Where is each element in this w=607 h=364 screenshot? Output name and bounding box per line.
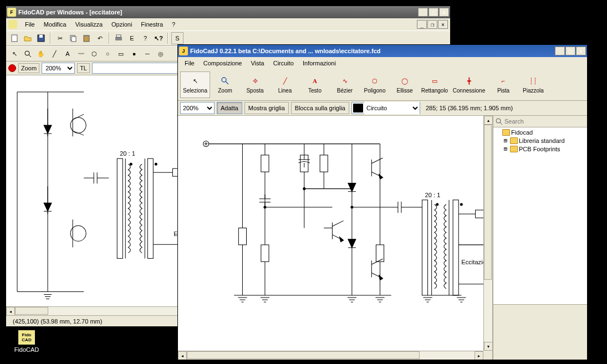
mdi-minimize-button[interactable]: _	[417, 20, 427, 29]
adatta-button[interactable]: Adatta	[217, 102, 242, 114]
svg-rect-4	[72, 37, 76, 42]
menu-composizione[interactable]: Composizione	[199, 59, 247, 68]
cut-button[interactable]: ✂	[54, 32, 66, 44]
line-tool[interactable]: ╱	[48, 48, 60, 60]
desktop-icon-fidocad[interactable]: FidoCAD FidoCAD	[10, 330, 43, 353]
mostra-griglia-button[interactable]: Mostra griglia	[244, 102, 289, 114]
svg-marker-15	[44, 125, 52, 134]
connection-tool[interactable]: ─	[141, 48, 154, 60]
menu-file[interactable]: File	[180, 59, 199, 68]
record-icon[interactable]	[8, 64, 16, 72]
maximize-button[interactable]: □	[429, 8, 438, 17]
svg-point-34	[130, 163, 132, 165]
title-text: FidoCadJ 0.22.1 beta C:\Documents and ..…	[190, 48, 555, 54]
tree-libreria-standard[interactable]: ⊞Libreria standard	[494, 136, 586, 145]
menu-file[interactable]: File	[21, 20, 39, 29]
svg-point-94	[351, 188, 353, 190]
canvas[interactable]: 20 : 1 Eccitazio ◂▸ ▴▾	[178, 116, 493, 360]
s-button[interactable]: S	[171, 32, 183, 44]
svg-point-121	[460, 203, 462, 206]
svg-rect-31	[147, 158, 153, 258]
paste-button[interactable]	[80, 32, 93, 44]
tree-pcb-footprints[interactable]: ⊞PCB Footprints	[494, 145, 586, 153]
close-button[interactable]: ×	[439, 8, 449, 17]
select-tool[interactable]: ↖	[8, 48, 21, 60]
maximize-button[interactable]: □	[565, 47, 575, 55]
tool-seleziona[interactable]: ↖Seleziona	[180, 71, 210, 98]
mdi-restore-button[interactable]: ❐	[427, 20, 437, 29]
fidocad-icon: FidoCAD	[18, 330, 35, 345]
titlebar[interactable]: F FidoCAD per Windows - [eccitatore] _ □…	[6, 6, 450, 18]
ellipse-tool[interactable]: ○	[101, 48, 114, 60]
whatsthis-button[interactable]: ↖?	[152, 32, 165, 44]
folder-icon	[502, 129, 510, 136]
titlebar[interactable]: J FidoCadJ 0.22.1 beta C:\Documents and …	[178, 45, 587, 57]
polygon-tool[interactable]: ⬡	[88, 48, 100, 60]
help-button[interactable]: ?	[139, 32, 151, 44]
blocca-griglia-button[interactable]: Blocca sulla griglia	[291, 102, 349, 114]
tool-piazzola[interactable]: ┊┊Piazzola	[518, 71, 548, 98]
tree-fidocad[interactable]: Fidocad	[494, 129, 586, 136]
zoom-tool[interactable]	[22, 48, 34, 60]
menu-circuito[interactable]: Circuito	[269, 59, 298, 68]
app-icon: J	[179, 47, 188, 55]
v-scrollbar[interactable]: ▴▾	[483, 116, 492, 351]
open-button[interactable]	[22, 32, 34, 44]
zoom-label: Zoom	[18, 63, 39, 73]
menu-opzioni[interactable]: Opzioni	[107, 20, 136, 29]
menu-informazioni[interactable]: Informazioni	[298, 59, 340, 68]
tool-toolbar: ↖Seleziona Zoom ✥Sposta ╱Linea ATesto ∿B…	[178, 69, 587, 101]
svg-rect-117	[453, 200, 458, 295]
layer-select[interactable]: Circuito	[351, 102, 420, 114]
tool-connessione[interactable]: ╋Connessione	[450, 71, 488, 98]
title-text: FidoCAD per Windows - [eccitatore]	[18, 9, 418, 16]
tool-poligono[interactable]: ⬡Poligono	[360, 71, 390, 98]
svg-line-77	[371, 158, 382, 163]
menu-help[interactable]: ?	[167, 20, 180, 29]
zoom-select[interactable]: 200%	[180, 102, 215, 114]
svg-line-129	[500, 122, 502, 125]
undo-button[interactable]: ↶	[94, 32, 106, 44]
h-scrollbar[interactable]: ◂▸	[178, 351, 483, 360]
zoom-select[interactable]: 200%	[42, 63, 75, 74]
rect-tool[interactable]: ▭	[115, 48, 127, 60]
filled-circle-tool[interactable]: ●	[128, 48, 140, 60]
print-button[interactable]	[113, 32, 125, 44]
tool-bezier[interactable]: ∿Bézier	[330, 71, 360, 98]
svg-line-23	[73, 131, 84, 135]
menu-visualizza[interactable]: Visualizza	[71, 20, 107, 29]
export-button[interactable]: E	[126, 32, 138, 44]
mdi-close-button[interactable]: ×	[438, 20, 448, 29]
svg-rect-58	[238, 228, 246, 245]
library-tree[interactable]: Fidocad ⊞Libreria standard ⊞PCB Footprin…	[493, 127, 587, 304]
svg-rect-7	[115, 37, 122, 40]
tool-linea[interactable]: ╱Linea	[270, 71, 300, 98]
text-tool[interactable]: A	[62, 48, 74, 60]
save-button[interactable]	[35, 32, 47, 44]
bezier-tool[interactable]: 〰	[75, 48, 87, 60]
copy-button[interactable]	[67, 32, 79, 44]
main-toolbar: ✂ ↶ E ? ↖? S	[6, 30, 450, 46]
pad-tool[interactable]: ◎	[155, 48, 167, 60]
tool-sposta[interactable]: ✥Sposta	[240, 71, 270, 98]
new-button[interactable]	[8, 32, 21, 44]
svg-rect-6	[85, 35, 88, 37]
folder-icon	[510, 146, 518, 152]
minimize-button[interactable]: _	[418, 8, 428, 17]
tool-ellisse[interactable]: ◯Ellisse	[390, 71, 420, 98]
tool-rettangolo[interactable]: ▭Rettangolo	[420, 71, 450, 98]
coords-readout: 285; 15 (36.195 mm; 1.905 mm)	[422, 105, 516, 111]
svg-point-92	[264, 206, 266, 208]
pan-tool[interactable]: ✋	[35, 48, 47, 60]
tool-testo[interactable]: ATesto	[300, 71, 330, 98]
close-button[interactable]: ×	[576, 47, 586, 55]
minimize-button[interactable]: _	[555, 47, 565, 55]
search-input[interactable]	[503, 117, 586, 126]
svg-marker-79	[379, 174, 382, 179]
menu-finestra[interactable]: Finestra	[136, 20, 167, 29]
menu-modifica[interactable]: Modifica	[39, 20, 71, 29]
app-icon: F	[7, 8, 16, 17]
menu-vista[interactable]: Vista	[246, 59, 268, 68]
tool-zoom[interactable]: Zoom	[210, 71, 240, 98]
tool-pista[interactable]: ⌐Pista	[488, 71, 518, 98]
